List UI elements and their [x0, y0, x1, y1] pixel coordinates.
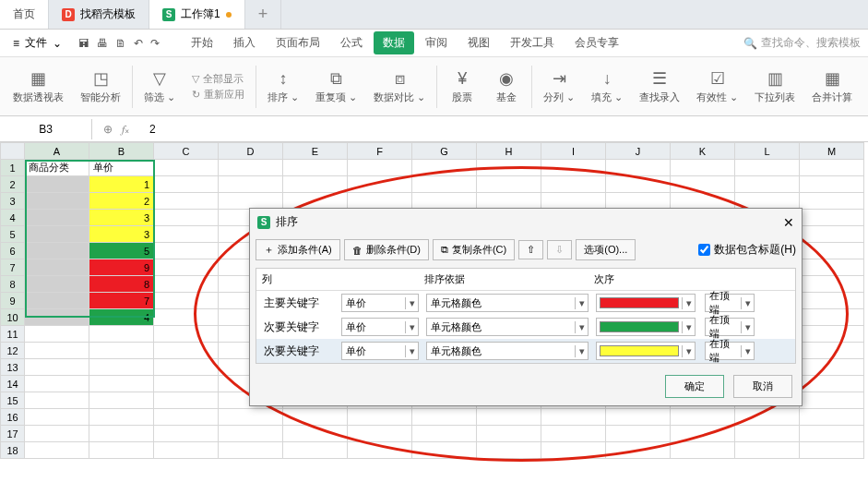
combo[interactable]: 单元格颜色▾ [426, 342, 589, 360]
cell[interactable]: 3 [89, 210, 154, 226]
cell[interactable] [735, 426, 800, 442]
cell[interactable] [154, 409, 219, 426]
cell[interactable] [348, 176, 412, 193]
col-header[interactable]: D [219, 143, 283, 160]
cell[interactable] [154, 343, 219, 359]
fund-button[interactable]: ◉基金 [485, 66, 528, 106]
cell[interactable] [541, 176, 606, 193]
cell[interactable] [25, 426, 89, 442]
cell[interactable] [154, 160, 219, 176]
cell[interactable] [735, 193, 800, 210]
row-header[interactable]: 13 [1, 359, 25, 376]
row-header[interactable]: 17 [1, 426, 25, 442]
cell[interactable] [154, 392, 219, 409]
tab-insert[interactable]: 插入 [224, 31, 265, 54]
col-header[interactable]: H [477, 143, 541, 160]
cell[interactable] [154, 293, 219, 309]
cell[interactable] [412, 193, 477, 210]
row-header[interactable]: 3 [1, 193, 25, 210]
cell[interactable] [348, 426, 412, 442]
cell[interactable] [477, 442, 541, 459]
combo[interactable]: 单价▾ [341, 294, 419, 312]
row-header[interactable]: 9 [1, 293, 25, 309]
cell[interactable] [25, 226, 89, 243]
cell[interactable] [283, 160, 348, 176]
cell[interactable] [154, 276, 219, 293]
cell[interactable] [154, 193, 219, 210]
cell[interactable] [671, 160, 735, 176]
cell[interactable]: 3 [89, 226, 154, 243]
cell[interactable] [735, 176, 800, 193]
stock-button[interactable]: ¥股票 [441, 67, 483, 106]
tab-review[interactable]: 审阅 [416, 31, 457, 54]
color-combo[interactable]: ▾ [596, 342, 696, 360]
print-icon[interactable]: 🖶 [97, 37, 108, 50]
sort-rule-row[interactable]: 次要关键字 单价▾ 单元格颜色▾ ▾ 在顶端▾ [256, 339, 795, 363]
cell[interactable] [283, 193, 348, 210]
cell[interactable] [89, 376, 154, 392]
col-header[interactable]: M [800, 143, 864, 160]
cell[interactable] [735, 409, 800, 426]
cell[interactable] [154, 326, 219, 343]
cell[interactable] [25, 359, 89, 376]
cell[interactable] [800, 426, 864, 442]
cell[interactable] [412, 176, 477, 193]
cell[interactable] [89, 426, 154, 442]
cell[interactable] [154, 259, 219, 276]
col-header[interactable]: C [154, 143, 219, 160]
cell[interactable] [477, 176, 541, 193]
row-header[interactable]: 16 [1, 409, 25, 426]
row-header[interactable]: 14 [1, 376, 25, 392]
cell[interactable] [154, 376, 219, 392]
duplicates-button[interactable]: ⧉重复项 ⌄ [308, 67, 364, 106]
col-header[interactable]: L [735, 143, 800, 160]
cancel-button[interactable]: 取消 [733, 375, 792, 398]
cell[interactable] [800, 243, 864, 259]
combo[interactable]: 单价▾ [341, 342, 419, 360]
cell[interactable] [219, 176, 283, 193]
move-down-button[interactable]: ⇩ [547, 240, 572, 259]
col-header[interactable]: A [25, 143, 89, 160]
add-condition-button[interactable]: ＋ 添加条件(A) [256, 239, 340, 260]
cell[interactable] [154, 243, 219, 259]
row-header[interactable]: 8 [1, 276, 25, 293]
cell[interactable] [735, 160, 800, 176]
row-header[interactable]: 7 [1, 259, 25, 276]
cell[interactable] [606, 426, 671, 442]
color-combo[interactable]: ▾ [596, 294, 696, 312]
cell[interactable] [25, 343, 89, 359]
col-header[interactable]: F [348, 143, 412, 160]
ok-button[interactable]: 确定 [665, 375, 724, 398]
has-header-checkbox[interactable]: 数据包含标题(H) [698, 242, 796, 258]
color-combo[interactable]: ▾ [596, 318, 696, 336]
workbook-tab[interactable]: S工作簿1 [149, 0, 245, 29]
cell[interactable] [477, 426, 541, 442]
cell[interactable] [800, 376, 864, 392]
cell[interactable] [348, 160, 412, 176]
cell[interactable] [283, 442, 348, 459]
cell[interactable] [800, 226, 864, 243]
cell[interactable] [348, 193, 412, 210]
sort-rule-row[interactable]: 次要关键字 单价▾ 单元格颜色▾ ▾ 在顶端▾ [256, 315, 795, 339]
expand-icon[interactable]: ⊕ [103, 123, 113, 136]
combo[interactable]: 单元格颜色▾ [426, 318, 589, 336]
formula-input[interactable]: 2 [140, 123, 156, 136]
delete-condition-button[interactable]: 🗑 删除条件(D) [344, 239, 429, 260]
cell[interactable] [800, 326, 864, 343]
file-menu[interactable]: ≡ 文件 ⌄ [7, 33, 67, 53]
row-header[interactable]: 2 [1, 176, 25, 193]
cell[interactable] [25, 259, 89, 276]
cell[interactable] [283, 409, 348, 426]
cell[interactable] [219, 426, 283, 442]
cell[interactable] [800, 259, 864, 276]
cell[interactable] [671, 176, 735, 193]
combo[interactable]: 在顶端▾ [705, 342, 755, 360]
cell[interactable] [800, 392, 864, 409]
tab-dev[interactable]: 开发工具 [501, 31, 564, 54]
cell[interactable] [25, 193, 89, 210]
row-header[interactable]: 5 [1, 226, 25, 243]
cell[interactable] [89, 326, 154, 343]
cell[interactable] [606, 160, 671, 176]
tab-layout[interactable]: 页面布局 [267, 31, 329, 54]
tab-start[interactable]: 开始 [182, 31, 222, 54]
